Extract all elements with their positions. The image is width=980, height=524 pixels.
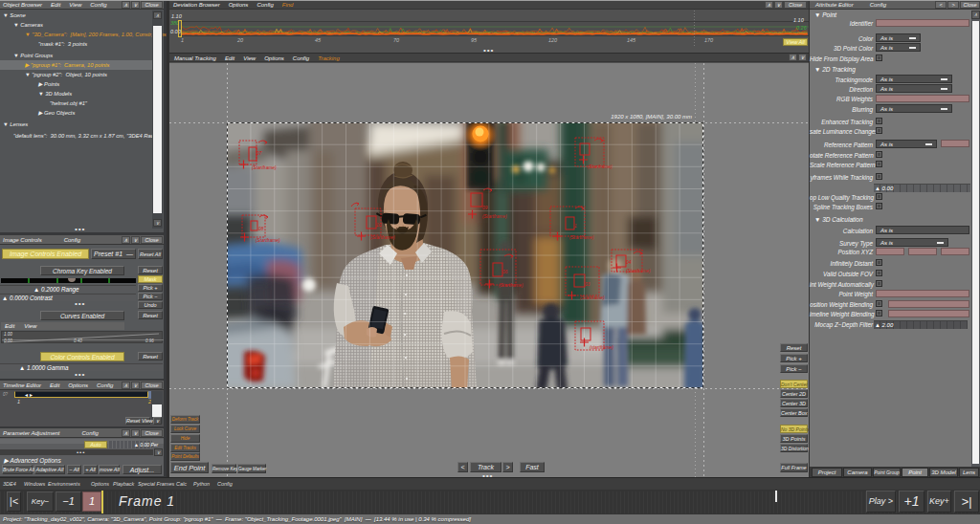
svg-text:06: 06 xyxy=(502,270,508,274)
svg-text:03: 03 xyxy=(585,282,590,287)
svg-text:1: 1 xyxy=(574,224,577,229)
svg-text:(startframe): (startframe) xyxy=(590,345,613,350)
svg-text:10: 10 xyxy=(376,223,382,228)
svg-text:(Startframe): (Startframe) xyxy=(499,283,523,288)
svg-text:(Startframe): (Startframe) xyxy=(252,165,277,170)
svg-text:(Startframe): (Startframe) xyxy=(482,214,507,219)
svg-text:(Startframe): (Startframe) xyxy=(626,269,651,273)
svg-text:08: 08 xyxy=(258,227,264,231)
svg-text:(Startframe): (Startframe) xyxy=(569,235,594,240)
svg-text:04: 04 xyxy=(626,260,632,265)
svg-text:(Startframe): (Startframe) xyxy=(588,164,612,169)
svg-text:(Startframe): (Startframe) xyxy=(256,238,280,243)
svg-text:(Startframe): (Startframe) xyxy=(580,295,605,300)
svg-text:09: 09 xyxy=(482,206,488,210)
svg-text:(Startframe): (Startframe) xyxy=(370,235,395,240)
svg-text:07: 07 xyxy=(256,151,262,156)
